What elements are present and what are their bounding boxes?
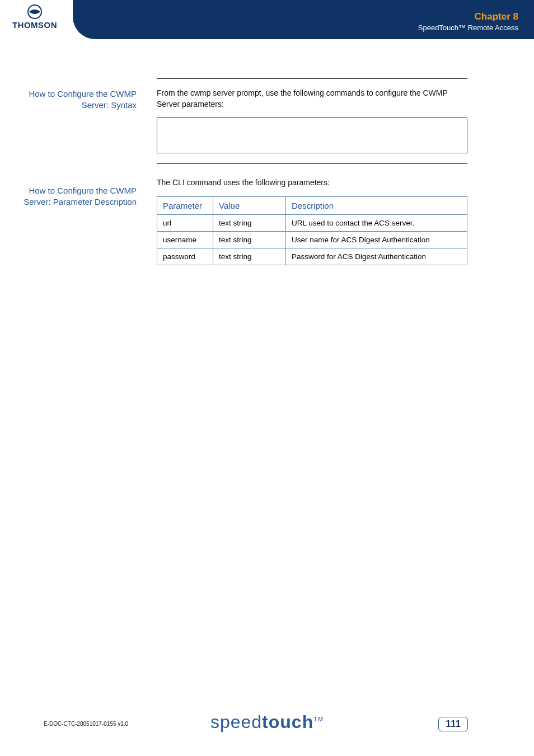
col-description: Description xyxy=(286,196,467,214)
chapter-subtitle: SpeedTouch™ Remote Access xyxy=(418,24,518,32)
cell-param: password xyxy=(157,248,213,265)
side-heading-syntax: How to Configure the CWMP Server: Syntax xyxy=(0,78,147,164)
cell-param: url xyxy=(157,214,213,231)
brand-name: THOMSON xyxy=(7,20,63,30)
page-number: 111 xyxy=(438,717,468,731)
main-column: From the cwmp server prompt, use the fol… xyxy=(147,78,467,164)
col-parameter: Parameter xyxy=(157,196,213,214)
chapter-block: Chapter 8 SpeedTouch™ Remote Access xyxy=(418,11,518,32)
cell-desc: Password for ACS Digest Authentication xyxy=(286,248,467,265)
cell-value: text string xyxy=(213,248,286,265)
table-row: password text string Password for ACS Di… xyxy=(157,248,467,265)
params-intro-text: The CLI command uses the following param… xyxy=(157,177,467,189)
document-id: E-DOC-CTC-20051017-0155 v1.0 xyxy=(44,721,128,727)
syntax-intro-text: From the cwmp server prompt, use the fol… xyxy=(157,88,467,110)
cell-value: text string xyxy=(213,214,286,231)
cell-value: text string xyxy=(213,231,286,248)
page-content: How to Configure the CWMP Server: Syntax… xyxy=(0,78,534,279)
brand-part-2: touch xyxy=(262,712,313,732)
product-brand: speedtouchTM xyxy=(210,712,324,732)
main-column: The CLI command uses the following param… xyxy=(147,177,467,265)
brand-logo: THOMSON xyxy=(7,4,63,30)
table-row: username text string User name for ACS D… xyxy=(157,231,467,248)
thomson-globe-icon xyxy=(27,4,42,19)
divider xyxy=(157,78,467,79)
divider xyxy=(157,163,467,164)
trademark-symbol: TM xyxy=(313,716,324,722)
parameter-table: Parameter Value Description url text str… xyxy=(157,196,467,265)
page-footer: E-DOC-CTC-20051017-0155 v1.0 speedtouchT… xyxy=(0,699,534,732)
page-header: THOMSON Chapter 8 SpeedTouch™ Remote Acc… xyxy=(0,0,534,50)
section-syntax: How to Configure the CWMP Server: Syntax… xyxy=(0,78,534,164)
cell-desc: User name for ACS Digest Authentication xyxy=(286,231,467,248)
brand-part-1: speed xyxy=(210,712,262,732)
chapter-title: Chapter 8 xyxy=(418,11,518,22)
cell-desc: URL used to contact the ACS server. xyxy=(286,214,467,231)
table-header-row: Parameter Value Description xyxy=(157,196,467,214)
section-params: How to Configure the CWMP Server: Parame… xyxy=(0,177,534,265)
col-value: Value xyxy=(213,196,286,214)
code-block xyxy=(157,118,467,153)
side-heading-params: How to Configure the CWMP Server: Parame… xyxy=(0,177,147,265)
table-row: url text string URL used to contact the … xyxy=(157,214,467,231)
cell-param: username xyxy=(157,231,213,248)
